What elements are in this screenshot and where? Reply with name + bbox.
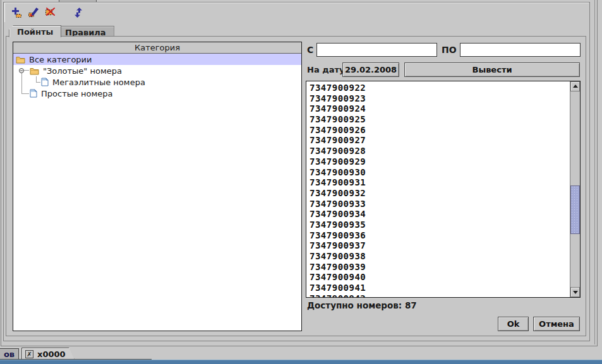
number-item[interactable]: 7347900938: [306, 251, 570, 262]
number-item[interactable]: 7347900935: [306, 220, 570, 230]
tree-item-golden-numbers[interactable]: "Золотые" номера: [13, 65, 301, 76]
number-item[interactable]: 7347900922: [306, 83, 570, 93]
number-item[interactable]: 7347900930: [306, 167, 570, 178]
number-item[interactable]: 7347900942: [306, 293, 570, 298]
number-item[interactable]: 7347900926: [306, 125, 570, 136]
frame-edge-line: [594, 0, 595, 344]
number-item[interactable]: 7347900927: [306, 135, 570, 146]
number-item[interactable]: 7347900941: [306, 283, 570, 293]
delete-icon: [44, 7, 56, 18]
tab-points[interactable]: Пойнты: [9, 25, 61, 37]
tree-item-label: Мегаэлитные номера: [52, 78, 145, 87]
number-item[interactable]: 7347900924: [306, 103, 570, 114]
number-item[interactable]: 7347900933: [306, 199, 570, 209]
add-icon: [11, 7, 23, 18]
tree-connector: [36, 82, 40, 83]
tree-item-megaelite-numbers[interactable]: Мегаэлитные номера: [13, 76, 301, 88]
document-icon: [30, 89, 37, 98]
tree-connector: [21, 93, 29, 94]
tree-connector: [21, 73, 22, 93]
add-button[interactable]: [9, 5, 25, 20]
number-item[interactable]: 7347900940: [306, 272, 570, 283]
from-label: С: [307, 45, 313, 55]
refresh-icon: [73, 7, 84, 18]
scrollbar[interactable]: [570, 81, 580, 297]
number-item[interactable]: 7347900939: [306, 262, 570, 273]
folder-icon: [30, 67, 39, 75]
edit-button[interactable]: [26, 5, 41, 20]
show-button[interactable]: Вывести: [404, 62, 580, 77]
to-label: ПО: [442, 45, 457, 55]
scrollbar-thumb[interactable]: [570, 185, 580, 234]
tree-item-simple-numbers[interactable]: Простые номера: [13, 88, 301, 99]
tree-item-all-categories[interactable]: Все категории: [13, 54, 301, 65]
bottom-tab-label: x0000: [37, 349, 66, 359]
tree-connector: [24, 70, 29, 71]
delete-button[interactable]: [42, 5, 57, 20]
triangle-up-icon: [573, 85, 578, 88]
bottom-tab-x0000[interactable]: ✗ x0000: [21, 348, 75, 360]
toolbar: [4, 3, 589, 22]
cancel-button[interactable]: Отмена: [533, 317, 580, 331]
tree-connector: [36, 76, 37, 82]
category-tree-panel: Категория Все категории "Золотые" номера: [13, 42, 302, 331]
tree-body: Все категории "Золотые" номера Мегаэлитн…: [13, 54, 301, 331]
to-input[interactable]: [460, 43, 581, 57]
number-item[interactable]: 7347900931: [306, 177, 570, 188]
triangle-down-icon: [573, 291, 578, 294]
available-numbers-label: Доступно номеров: 87: [307, 300, 417, 310]
number-item[interactable]: 7347900934: [306, 209, 570, 220]
tree-item-label: Простые номера: [41, 89, 113, 98]
tab-rules[interactable]: Правила: [57, 26, 114, 36]
from-input[interactable]: [316, 43, 437, 57]
number-item[interactable]: 7347900936: [306, 230, 570, 241]
folder-icon: [16, 56, 25, 64]
date-label: На дату:: [307, 65, 348, 74]
scroll-down-button[interactable]: [570, 287, 580, 297]
number-item[interactable]: 7347900925: [306, 114, 570, 125]
number-item[interactable]: 7347900929: [306, 156, 570, 167]
ok-button[interactable]: Ok: [498, 317, 529, 331]
number-item[interactable]: 7347900923: [306, 93, 570, 104]
close-icon[interactable]: ✗: [25, 350, 33, 358]
number-item[interactable]: 7347900937: [306, 240, 570, 251]
status-bar: [0, 360, 602, 364]
bottom-tab-partial[interactable]: ов: [0, 348, 19, 360]
tree-item-label: Все категории: [29, 55, 92, 64]
edit-icon: [28, 7, 39, 18]
number-item[interactable]: 7347900932: [306, 188, 570, 199]
numbers-list[interactable]: 7347900922734790092373479009247347900925…: [306, 81, 581, 298]
document-icon: [41, 78, 49, 86]
numbers-rows: 7347900922734790092373479009247347900925…: [306, 83, 570, 298]
date-button[interactable]: 29.02.2008: [342, 62, 399, 77]
number-item[interactable]: 7347900928: [306, 146, 570, 156]
refresh-button[interactable]: [71, 5, 86, 20]
scroll-up-button[interactable]: [570, 81, 580, 91]
tree-column-header[interactable]: Категория: [13, 42, 301, 54]
tree-item-label: "Золотые" номера: [43, 66, 122, 76]
